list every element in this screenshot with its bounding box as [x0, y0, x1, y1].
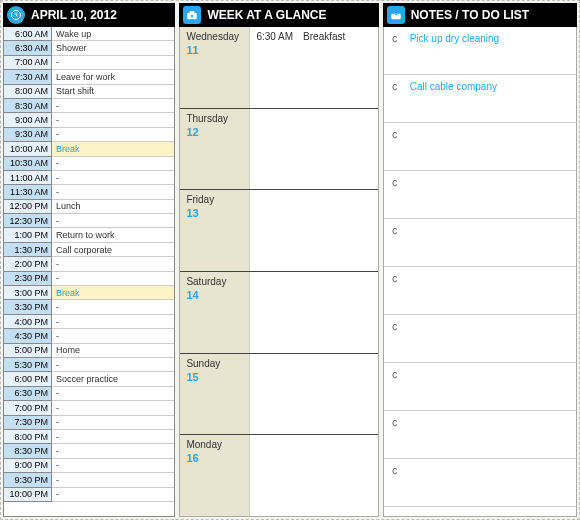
- note-mark[interactable]: c: [384, 411, 406, 458]
- event-cell[interactable]: -: [52, 329, 174, 343]
- event-cell[interactable]: Shower: [52, 41, 174, 55]
- event-cell[interactable]: -: [52, 488, 174, 502]
- schedule-row[interactable]: 3:30 PM-: [4, 300, 174, 314]
- schedule-row[interactable]: 4:30 PM-: [4, 329, 174, 343]
- note-row[interactable]: cPick up dry cleaning: [384, 27, 576, 75]
- event-cell[interactable]: Start shift: [52, 85, 174, 99]
- schedule-row[interactable]: 6:30 PM-: [4, 387, 174, 401]
- schedule-row[interactable]: 6:30 AMShower: [4, 41, 174, 55]
- note-text[interactable]: [406, 171, 576, 218]
- schedule-row[interactable]: 6:00 AMWake up: [4, 27, 174, 41]
- note-row[interactable]: cCall cable company: [384, 75, 576, 123]
- week-day[interactable]: Sunday15: [180, 354, 377, 436]
- week-day-content[interactable]: [250, 272, 377, 353]
- event-cell[interactable]: -: [52, 113, 174, 127]
- schedule-row[interactable]: 3:00 PMBreak: [4, 286, 174, 300]
- schedule-row[interactable]: 8:30 AM-: [4, 99, 174, 113]
- schedule-row[interactable]: 10:00 AMBreak: [4, 142, 174, 156]
- event-cell[interactable]: Call corporate: [52, 243, 174, 257]
- schedule-row[interactable]: 10:30 AM-: [4, 157, 174, 171]
- schedule-row[interactable]: 8:00 AMStart shift: [4, 85, 174, 99]
- event-cell[interactable]: -: [52, 214, 174, 228]
- event-cell[interactable]: -: [52, 473, 174, 487]
- note-row[interactable]: c: [384, 267, 576, 315]
- note-text[interactable]: [406, 459, 576, 506]
- event-cell[interactable]: -: [52, 300, 174, 314]
- schedule-row[interactable]: 9:30 PM-: [4, 473, 174, 487]
- schedule-row[interactable]: 9:30 AM-: [4, 128, 174, 142]
- event-cell[interactable]: -: [52, 185, 174, 199]
- schedule-row[interactable]: 9:00 AM-: [4, 113, 174, 127]
- schedule-row[interactable]: 12:30 PM-: [4, 214, 174, 228]
- event-cell[interactable]: Home: [52, 344, 174, 358]
- event-cell[interactable]: -: [52, 459, 174, 473]
- note-text[interactable]: [406, 267, 576, 314]
- event-cell[interactable]: Break: [52, 286, 174, 300]
- note-text[interactable]: [406, 315, 576, 362]
- note-mark[interactable]: c: [384, 123, 406, 170]
- event-cell[interactable]: -: [52, 171, 174, 185]
- week-day[interactable]: Wednesday116:30 AMBreakfast: [180, 27, 377, 109]
- schedule-row[interactable]: 1:00 PMReturn to work: [4, 228, 174, 242]
- event-cell[interactable]: Return to work: [52, 228, 174, 242]
- note-text[interactable]: [406, 219, 576, 266]
- schedule-row[interactable]: 2:00 PM-: [4, 257, 174, 271]
- event-cell[interactable]: -: [52, 157, 174, 171]
- schedule-row[interactable]: 7:30 PM-: [4, 416, 174, 430]
- event-cell[interactable]: -: [52, 444, 174, 458]
- schedule-row[interactable]: 5:00 PMHome: [4, 344, 174, 358]
- schedule-row[interactable]: 4:00 PM-: [4, 315, 174, 329]
- note-row[interactable]: c: [384, 171, 576, 219]
- week-day[interactable]: Monday16: [180, 435, 377, 516]
- note-mark[interactable]: c: [384, 27, 406, 74]
- event-cell[interactable]: -: [52, 358, 174, 372]
- week-day[interactable]: Saturday14: [180, 272, 377, 354]
- schedule-row[interactable]: 10:00 PM-: [4, 488, 174, 502]
- note-text[interactable]: [406, 123, 576, 170]
- week-day-content[interactable]: [250, 190, 377, 271]
- note-text[interactable]: [406, 363, 576, 410]
- schedule-row[interactable]: 9:00 PM-: [4, 459, 174, 473]
- schedule-row[interactable]: 7:00 PM-: [4, 401, 174, 415]
- note-text[interactable]: Call cable company: [406, 75, 576, 122]
- note-mark[interactable]: c: [384, 363, 406, 410]
- event-cell[interactable]: -: [52, 416, 174, 430]
- week-day[interactable]: Friday13: [180, 190, 377, 272]
- event-cell[interactable]: -: [52, 128, 174, 142]
- note-row[interactable]: c: [384, 219, 576, 267]
- week-day[interactable]: Thursday12: [180, 109, 377, 191]
- event-cell[interactable]: -: [52, 401, 174, 415]
- event-cell[interactable]: Leave for work: [52, 70, 174, 84]
- week-day-content[interactable]: [250, 354, 377, 435]
- schedule-row[interactable]: 11:00 AM-: [4, 171, 174, 185]
- schedule-row[interactable]: 7:00 AM-: [4, 56, 174, 70]
- note-mark[interactable]: c: [384, 267, 406, 314]
- note-text[interactable]: Pick up dry cleaning: [406, 27, 576, 74]
- note-row[interactable]: c: [384, 315, 576, 363]
- schedule-row[interactable]: 7:30 AMLeave for work: [4, 70, 174, 84]
- event-cell[interactable]: Wake up: [52, 27, 174, 41]
- note-mark[interactable]: c: [384, 219, 406, 266]
- schedule-row[interactable]: 5:30 PM-: [4, 358, 174, 372]
- event-cell[interactable]: -: [52, 257, 174, 271]
- event-cell[interactable]: -: [52, 387, 174, 401]
- note-row[interactable]: c: [384, 123, 576, 171]
- event-cell[interactable]: Break: [52, 142, 174, 156]
- note-mark[interactable]: c: [384, 315, 406, 362]
- schedule-row[interactable]: 8:00 PM-: [4, 430, 174, 444]
- event-cell[interactable]: -: [52, 430, 174, 444]
- note-row[interactable]: c: [384, 411, 576, 459]
- event-cell[interactable]: -: [52, 272, 174, 286]
- schedule-row[interactable]: 6:00 PMSoccer practice: [4, 372, 174, 386]
- event-cell[interactable]: Soccer practice: [52, 372, 174, 386]
- event-cell[interactable]: -: [52, 99, 174, 113]
- schedule-row[interactable]: 12:00 PMLunch: [4, 200, 174, 214]
- week-event[interactable]: 6:30 AMBreakfast: [256, 31, 371, 42]
- note-mark[interactable]: c: [384, 459, 406, 506]
- note-row[interactable]: c: [384, 363, 576, 411]
- event-cell[interactable]: Lunch: [52, 200, 174, 214]
- note-mark[interactable]: c: [384, 171, 406, 218]
- note-mark[interactable]: c: [384, 75, 406, 122]
- event-cell[interactable]: -: [52, 56, 174, 70]
- schedule-row[interactable]: 2:30 PM-: [4, 272, 174, 286]
